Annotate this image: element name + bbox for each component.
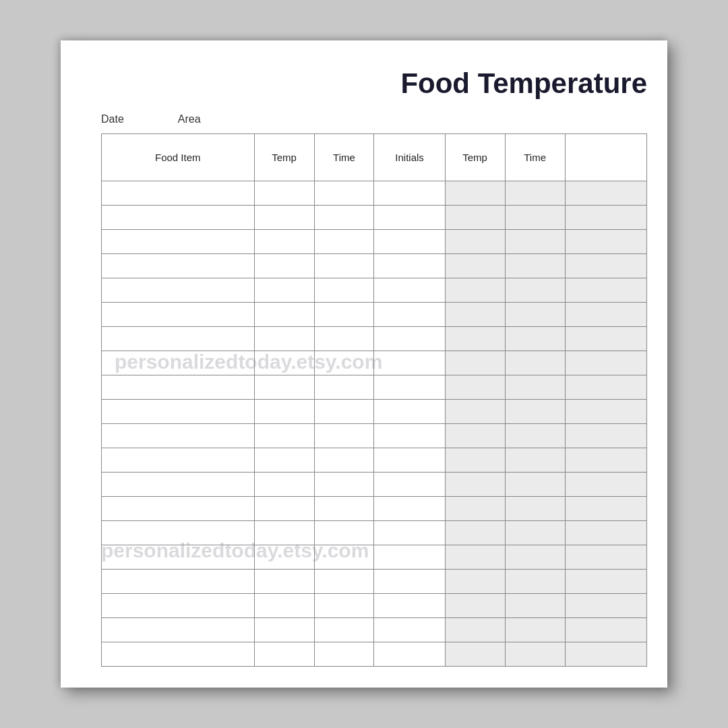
table-cell[interactable] [565, 254, 646, 278]
table-cell[interactable] [374, 642, 445, 667]
table-cell[interactable] [565, 206, 646, 230]
table-cell[interactable] [102, 327, 255, 351]
table-cell[interactable] [565, 594, 646, 618]
table-cell[interactable] [254, 473, 314, 497]
table-cell[interactable] [505, 206, 565, 230]
table-cell[interactable] [314, 642, 374, 667]
table-cell[interactable] [565, 327, 646, 351]
table-cell[interactable] [254, 351, 314, 375]
table-cell[interactable] [102, 254, 255, 278]
table-cell[interactable] [374, 303, 445, 327]
table-cell[interactable] [314, 230, 374, 254]
table-cell[interactable] [314, 206, 374, 230]
table-cell[interactable] [314, 351, 374, 375]
table-cell[interactable] [565, 278, 646, 303]
table-cell[interactable] [254, 497, 314, 521]
table-cell[interactable] [374, 351, 445, 375]
table-cell[interactable] [102, 642, 255, 667]
table-cell[interactable] [565, 618, 646, 642]
table-cell[interactable] [505, 570, 565, 594]
table-cell[interactable] [314, 448, 374, 473]
table-cell[interactable] [314, 570, 374, 594]
table-cell[interactable] [374, 327, 445, 351]
table-cell[interactable] [254, 375, 314, 400]
table-cell[interactable] [505, 400, 565, 424]
table-cell[interactable] [314, 473, 374, 497]
table-cell[interactable] [505, 254, 565, 278]
table-cell[interactable] [565, 303, 646, 327]
table-cell[interactable] [565, 545, 646, 570]
table-cell[interactable] [314, 375, 374, 400]
table-cell[interactable] [445, 521, 505, 545]
table-cell[interactable] [445, 230, 505, 254]
table-cell[interactable] [565, 497, 646, 521]
table-cell[interactable] [374, 618, 445, 642]
table-cell[interactable] [505, 303, 565, 327]
table-cell[interactable] [254, 642, 314, 667]
table-cell[interactable] [254, 618, 314, 642]
table-cell[interactable] [374, 375, 445, 400]
table-cell[interactable] [314, 521, 374, 545]
table-cell[interactable] [254, 400, 314, 424]
table-cell[interactable] [314, 424, 374, 448]
table-cell[interactable] [565, 424, 646, 448]
table-cell[interactable] [374, 473, 445, 497]
table-cell[interactable] [445, 642, 505, 667]
table-cell[interactable] [445, 254, 505, 278]
table-cell[interactable] [374, 254, 445, 278]
table-cell[interactable] [314, 278, 374, 303]
table-cell[interactable] [505, 424, 565, 448]
table-cell[interactable] [445, 545, 505, 570]
table-cell[interactable] [102, 545, 255, 570]
table-cell[interactable] [505, 521, 565, 545]
table-cell[interactable] [505, 278, 565, 303]
table-cell[interactable] [102, 206, 255, 230]
table-cell[interactable] [445, 206, 505, 230]
table-cell[interactable] [445, 181, 505, 206]
table-cell[interactable] [254, 303, 314, 327]
table-cell[interactable] [374, 570, 445, 594]
table-cell[interactable] [374, 181, 445, 206]
table-cell[interactable] [314, 400, 374, 424]
table-cell[interactable] [565, 521, 646, 545]
table-cell[interactable] [445, 448, 505, 473]
table-cell[interactable] [374, 206, 445, 230]
table-cell[interactable] [445, 303, 505, 327]
table-cell[interactable] [565, 473, 646, 497]
table-cell[interactable] [445, 497, 505, 521]
table-cell[interactable] [505, 473, 565, 497]
table-cell[interactable] [314, 497, 374, 521]
table-cell[interactable] [102, 230, 255, 254]
table-cell[interactable] [505, 497, 565, 521]
table-cell[interactable] [254, 448, 314, 473]
table-cell[interactable] [102, 570, 255, 594]
table-cell[interactable] [102, 303, 255, 327]
table-cell[interactable] [374, 594, 445, 618]
table-cell[interactable] [374, 497, 445, 521]
table-cell[interactable] [505, 230, 565, 254]
table-cell[interactable] [374, 545, 445, 570]
table-cell[interactable] [102, 497, 255, 521]
table-cell[interactable] [102, 521, 255, 545]
table-cell[interactable] [102, 424, 255, 448]
table-cell[interactable] [102, 448, 255, 473]
table-cell[interactable] [565, 230, 646, 254]
table-cell[interactable] [254, 570, 314, 594]
table-cell[interactable] [102, 400, 255, 424]
table-cell[interactable] [254, 230, 314, 254]
table-cell[interactable] [374, 230, 445, 254]
table-cell[interactable] [102, 351, 255, 375]
table-cell[interactable] [254, 181, 314, 206]
table-cell[interactable] [314, 181, 374, 206]
table-cell[interactable] [374, 424, 445, 448]
table-cell[interactable] [314, 254, 374, 278]
table-cell[interactable] [505, 375, 565, 400]
table-cell[interactable] [505, 545, 565, 570]
table-cell[interactable] [445, 327, 505, 351]
table-cell[interactable] [314, 327, 374, 351]
table-cell[interactable] [505, 642, 565, 667]
table-cell[interactable] [102, 375, 255, 400]
table-cell[interactable] [254, 206, 314, 230]
table-cell[interactable] [445, 278, 505, 303]
table-cell[interactable] [102, 278, 255, 303]
